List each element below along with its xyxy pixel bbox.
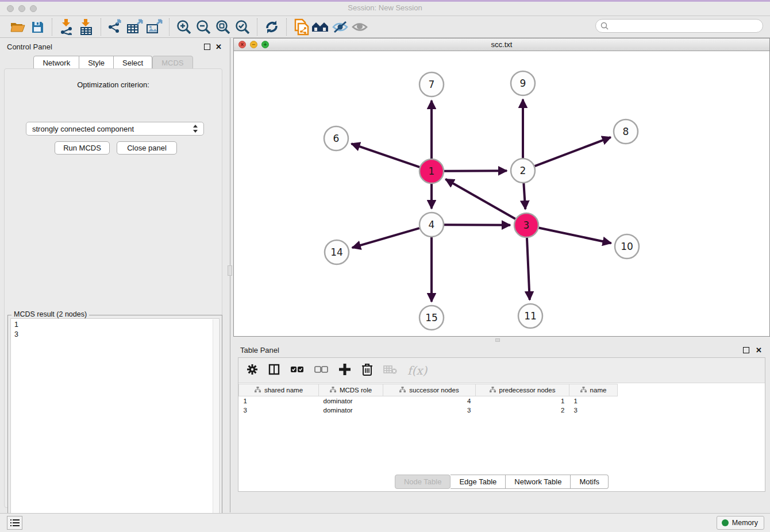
- table-row[interactable]: 3dominator323: [239, 406, 618, 415]
- network-window-title: scc.txt: [234, 40, 769, 49]
- table-row[interactable]: 1dominator411: [239, 396, 618, 406]
- save-session-icon[interactable]: [28, 18, 47, 36]
- delete-row-icon[interactable]: [361, 363, 373, 378]
- table-cell[interactable]: 3: [239, 406, 319, 415]
- zoom-in-icon[interactable]: [174, 18, 194, 36]
- run-mcds-button[interactable]: Run MCDS: [55, 141, 110, 155]
- table-cell[interactable]: 3: [569, 406, 618, 415]
- copy-network-icon[interactable]: [291, 18, 311, 36]
- hide-selected-icon[interactable]: [330, 18, 350, 36]
- close-panel-button[interactable]: Close panel: [117, 141, 177, 155]
- chevron-updown-icon: [193, 125, 199, 134]
- column-header-shared-name[interactable]: shared name: [239, 384, 319, 396]
- edge-3-11[interactable]: [527, 238, 530, 300]
- window-title: Session: New Session: [0, 3, 770, 12]
- import-network-icon[interactable]: [57, 18, 76, 36]
- tree-sort-icon: [399, 387, 406, 394]
- export-table-icon[interactable]: [125, 18, 145, 36]
- table-cell[interactable]: 1: [239, 396, 319, 406]
- column-header-name[interactable]: name: [569, 384, 618, 396]
- search-input[interactable]: [595, 19, 763, 33]
- edge-1-6[interactable]: [351, 144, 419, 167]
- criterion-select[interactable]: strongly connected component: [26, 122, 204, 136]
- zoom-selected-icon[interactable]: [233, 18, 252, 36]
- column-header-successor-nodes[interactable]: successor nodes: [383, 384, 476, 396]
- table-cell[interactable]: 2: [476, 406, 569, 415]
- scrollbar-track[interactable]: [213, 319, 218, 527]
- status-bar: Memory: [0, 513, 770, 532]
- tree-sort-icon: [580, 387, 587, 394]
- columns-icon[interactable]: [268, 364, 280, 377]
- node-table[interactable]: shared nameMCDS rolesuccessor nodesprede…: [238, 384, 765, 415]
- table-cell[interactable]: 1: [476, 396, 569, 406]
- node-label-15: 15: [425, 312, 438, 323]
- import-table-icon[interactable]: [76, 18, 96, 36]
- edge-3-1[interactable]: [445, 179, 515, 219]
- float-table-panel-icon[interactable]: [743, 347, 749, 353]
- node-label-6: 6: [333, 133, 340, 144]
- tab-edge-table[interactable]: Edge Table: [451, 475, 506, 489]
- edge-3-10[interactable]: [539, 228, 611, 244]
- column-header-MCDS-role[interactable]: MCDS role: [319, 384, 383, 396]
- edge-4-3[interactable]: [444, 225, 510, 225]
- zoom-fit-icon[interactable]: [213, 18, 233, 36]
- node-label-10: 10: [621, 241, 633, 252]
- search-icon: [600, 22, 609, 30]
- zoom-out-icon[interactable]: [194, 18, 213, 36]
- network-canvas[interactable]: 7968124314101511: [234, 51, 769, 336]
- select-all-icon[interactable]: [290, 365, 304, 376]
- network-window-titlebar[interactable]: × − + scc.txt: [234, 38, 769, 51]
- node-label-9: 9: [520, 78, 526, 89]
- table-panel-title: Table Panel: [233, 344, 770, 357]
- edge-2-3[interactable]: [523, 183, 525, 209]
- horizontal-splitter-handle[interactable]: [495, 338, 500, 342]
- vertical-splitter[interactable]: [226, 38, 233, 512]
- node-label-4: 4: [429, 219, 435, 230]
- close-table-panel-icon[interactable]: ✕: [756, 346, 762, 354]
- show-all-networks-icon[interactable]: [311, 18, 330, 36]
- table-cell[interactable]: 3: [383, 406, 476, 415]
- node-label-1: 1: [429, 165, 435, 177]
- close-panel-icon[interactable]: ✕: [215, 43, 222, 51]
- deselect-all-icon[interactable]: [314, 365, 328, 376]
- toolbar-separator: [286, 18, 287, 36]
- memory-status-icon: [722, 519, 729, 526]
- table-cell[interactable]: dominator: [319, 396, 383, 406]
- float-panel-icon[interactable]: [204, 44, 210, 50]
- optimization-criterion-label: Optimization criterion:: [5, 80, 222, 89]
- edge-4-14[interactable]: [352, 228, 419, 248]
- tab-motifs[interactable]: Motifs: [571, 475, 609, 489]
- edge-1-2[interactable]: [444, 171, 507, 171]
- edge-2-8[interactable]: [535, 137, 611, 166]
- column-header-predecessor-nodes[interactable]: predecessor nodes: [476, 384, 569, 396]
- toolbar-separator: [101, 18, 101, 36]
- table-cell[interactable]: dominator: [319, 406, 383, 415]
- table-cell[interactable]: 4: [383, 396, 476, 406]
- node-label-7: 7: [429, 79, 435, 90]
- function-builder-icon: f(x): [407, 364, 427, 377]
- open-file-icon[interactable]: [8, 18, 28, 36]
- memory-button[interactable]: Memory: [717, 516, 764, 530]
- toolbar-separator: [257, 18, 257, 36]
- refresh-layout-icon[interactable]: [262, 18, 282, 36]
- mcds-result-text[interactable]: 1 3: [10, 318, 220, 529]
- list-icon: [10, 519, 20, 527]
- table-tabs: Node TableEdge TableNetwork TableMotifs: [238, 475, 765, 489]
- window-top-accent: [0, 0, 770, 2]
- title-bar: Session: New Session: [0, 0, 770, 16]
- splitter-handle[interactable]: [228, 265, 232, 276]
- app-window: Session: New Session: [0, 0, 770, 532]
- toolbar-separator: [169, 18, 170, 36]
- show-selected-icon[interactable]: [350, 18, 369, 36]
- task-history-button[interactable]: [7, 516, 22, 530]
- add-row-icon[interactable]: [338, 363, 351, 378]
- control-panel-title: Control Panel: [0, 40, 226, 54]
- mcds-tab-content: Optimization criterion: strongly connect…: [4, 68, 222, 508]
- table-cell[interactable]: 1: [569, 396, 618, 406]
- gear-icon[interactable]: [247, 364, 258, 377]
- export-image-icon[interactable]: [145, 18, 164, 36]
- tab-network-table[interactable]: Network Table: [506, 475, 571, 489]
- control-panel: Control Panel ✕ NetworkStyleSelectMCDS O…: [0, 38, 226, 512]
- tab-node-table[interactable]: Node Table: [395, 475, 451, 489]
- export-network-icon[interactable]: [106, 18, 125, 36]
